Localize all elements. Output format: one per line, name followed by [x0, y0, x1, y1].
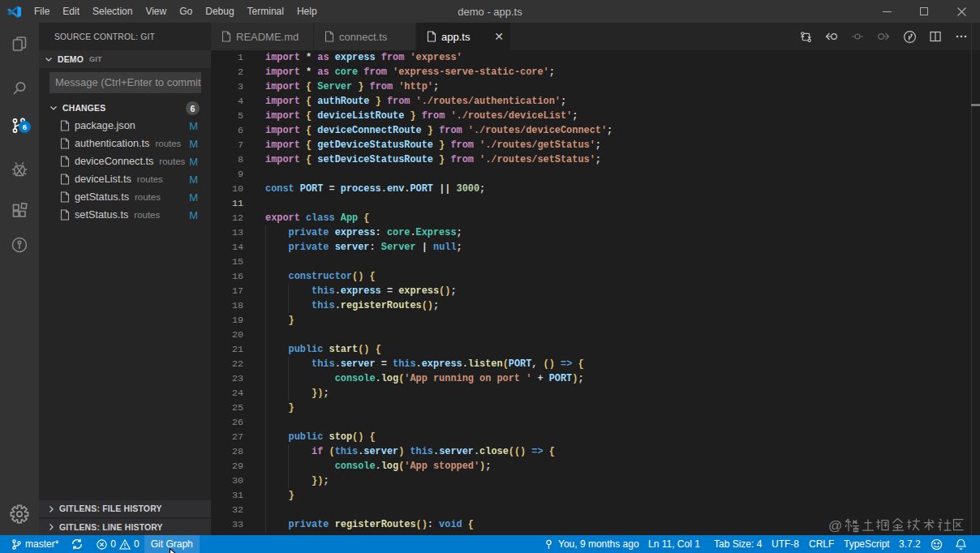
svg-text:@: @: [828, 518, 842, 534]
